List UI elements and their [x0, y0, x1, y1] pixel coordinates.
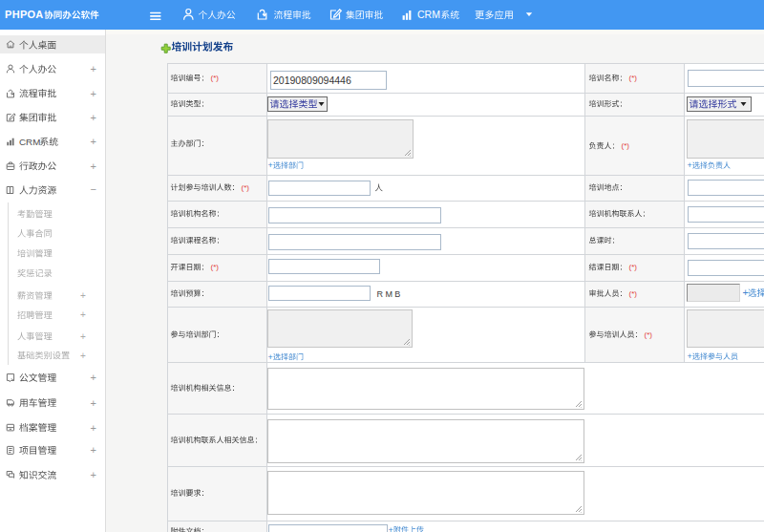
svg-text:+: + — [91, 469, 96, 480]
svg-text:+: + — [91, 372, 96, 383]
svg-text:+: + — [80, 331, 86, 342]
svg-text:+: + — [268, 160, 273, 170]
svg-text:(*): (*) — [645, 330, 653, 339]
svg-text:+: + — [91, 397, 96, 409]
svg-text:(*): (*) — [629, 263, 638, 271]
svg-text:−: − — [91, 183, 96, 195]
svg-text:RMB: RMB — [377, 289, 403, 299]
svg-text:+: + — [80, 309, 86, 320]
svg-text:+: + — [91, 444, 96, 456]
svg-text:+: + — [91, 112, 96, 123]
svg-text:CRM: CRM — [19, 137, 40, 147]
svg-text:+: + — [743, 287, 749, 298]
svg-text:+: + — [80, 290, 86, 301]
svg-text:+: + — [91, 88, 96, 99]
svg-text:(*): (*) — [242, 183, 250, 192]
svg-text:20190809094446: 20190809094446 — [273, 74, 351, 86]
svg-text:+: + — [80, 351, 86, 361]
svg-text:(*): (*) — [629, 74, 638, 82]
svg-text:+: + — [268, 352, 273, 362]
svg-text:(*): (*) — [629, 289, 638, 298]
svg-text:PHPOA: PHPOA — [5, 9, 44, 20]
svg-text:+: + — [91, 63, 96, 74]
svg-text:+: + — [688, 351, 692, 361]
svg-text:+: + — [688, 160, 692, 170]
svg-text:+: + — [389, 525, 393, 532]
svg-text:(*): (*) — [211, 74, 220, 82]
svg-text:CRM: CRM — [417, 9, 440, 20]
svg-text:+: + — [91, 160, 96, 172]
svg-text:(*): (*) — [622, 141, 630, 150]
svg-text:(*): (*) — [211, 263, 220, 271]
svg-text:+: + — [91, 422, 96, 434]
svg-text:+: + — [91, 136, 96, 147]
